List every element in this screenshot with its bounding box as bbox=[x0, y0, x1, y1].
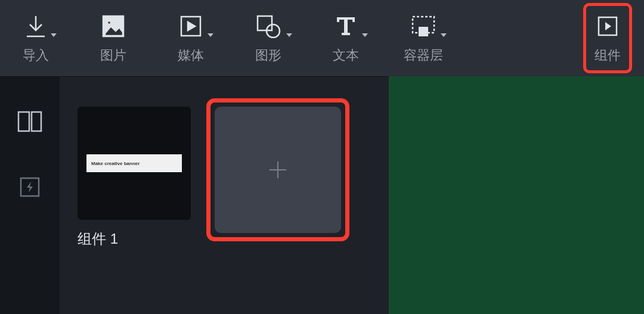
layout-icon bbox=[17, 110, 43, 133]
component-item[interactable]: Make creative banner 组件 1 bbox=[78, 107, 191, 248]
container-icon bbox=[411, 15, 436, 38]
component-panel: Make creative banner 组件 1 bbox=[0, 76, 389, 314]
media-button[interactable]: 媒体 bbox=[167, 12, 215, 64]
main-toolbar: 导入 图片 媒体 bbox=[0, 0, 644, 76]
caret-down-icon bbox=[51, 33, 57, 37]
text-icon bbox=[335, 15, 357, 38]
component-button[interactable]: 组件 bbox=[583, 3, 632, 73]
component-icon bbox=[596, 15, 619, 38]
banner-preview: Make creative banner bbox=[86, 154, 182, 172]
plus-icon bbox=[266, 158, 290, 182]
media-icon bbox=[179, 14, 203, 38]
component-item-label: 组件 1 bbox=[78, 229, 191, 248]
image-button[interactable]: 图片 bbox=[89, 12, 137, 64]
import-label: 导入 bbox=[23, 46, 49, 64]
svg-marker-11 bbox=[605, 22, 611, 30]
layout-tab[interactable] bbox=[0, 101, 60, 142]
container-label: 容器层 bbox=[404, 46, 443, 64]
svg-rect-12 bbox=[18, 112, 29, 131]
flash-icon bbox=[18, 176, 41, 198]
panel-side-tabs bbox=[0, 77, 60, 314]
banner-preview-text: Make creative banner bbox=[91, 161, 140, 166]
svg-marker-15 bbox=[27, 182, 33, 192]
svg-rect-13 bbox=[32, 112, 41, 131]
flash-tab[interactable] bbox=[0, 166, 60, 208]
add-component-wrap bbox=[215, 107, 341, 233]
svg-rect-9 bbox=[419, 27, 428, 36]
caret-down-icon bbox=[208, 33, 213, 37]
text-button[interactable]: 文本 bbox=[322, 12, 370, 64]
text-label: 文本 bbox=[333, 46, 359, 64]
caret-down-icon bbox=[362, 33, 368, 37]
component-thumbnail: Make creative banner bbox=[78, 107, 191, 220]
container-button[interactable]: 容器层 bbox=[400, 12, 447, 64]
import-button[interactable]: 导入 bbox=[12, 12, 60, 64]
add-component-button[interactable] bbox=[215, 107, 341, 233]
shape-label: 图形 bbox=[255, 46, 281, 64]
svg-rect-6 bbox=[258, 16, 272, 30]
svg-point-3 bbox=[107, 21, 111, 24]
caret-down-icon bbox=[441, 33, 447, 37]
caret-down-icon bbox=[286, 33, 292, 37]
panel-content: Make creative banner 组件 1 bbox=[60, 77, 389, 314]
import-icon bbox=[26, 15, 46, 38]
component-label: 组件 bbox=[595, 46, 621, 64]
svg-marker-5 bbox=[188, 22, 195, 30]
shape-icon bbox=[255, 14, 281, 38]
shape-button[interactable]: 图形 bbox=[244, 12, 292, 64]
image-icon bbox=[101, 14, 125, 38]
media-label: 媒体 bbox=[178, 46, 204, 64]
image-label: 图片 bbox=[100, 46, 126, 64]
